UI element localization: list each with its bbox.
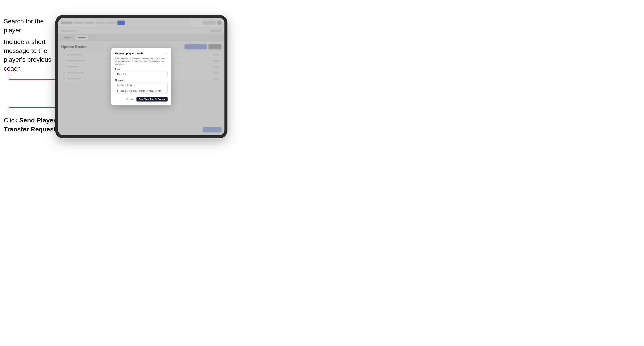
send-transfer-request-button[interactable]: Send Player Transfer Request xyxy=(136,97,168,102)
annotation-arrow-2-vert xyxy=(8,107,9,111)
cancel-button[interactable]: Cancel xyxy=(124,97,134,102)
close-icon[interactable]: ✕ xyxy=(164,52,168,55)
player-input[interactable] xyxy=(115,71,168,77)
modal-overlay: Request player transfer ✕ If the player … xyxy=(58,18,224,135)
message-label: Message xyxy=(115,79,168,81)
modal-header: Request player transfer ✕ xyxy=(115,52,168,55)
player-label: Player xyxy=(115,68,168,70)
modal-description: If the player is transferring from anoth… xyxy=(115,57,168,65)
annotation-message: Include a short message to the player's … xyxy=(4,37,56,73)
annotation-search: Search for the player. xyxy=(4,17,52,35)
tablet-screen: Update Roster xyxy=(58,18,224,135)
annotation-click: Click Send Player Transfer Request xyxy=(4,116,56,134)
tablet-device: Update Roster xyxy=(55,15,228,138)
modal-footer: Cancel Send Player Transfer Request xyxy=(115,97,168,102)
modal-dialog: Request player transfer ✕ If the player … xyxy=(112,48,171,105)
message-textarea[interactable]: Hi Coach McHarg, Please accept this tran… xyxy=(115,82,168,93)
modal-title: Request player transfer xyxy=(115,52,144,55)
annotation-arrow-1-vert xyxy=(8,69,9,79)
